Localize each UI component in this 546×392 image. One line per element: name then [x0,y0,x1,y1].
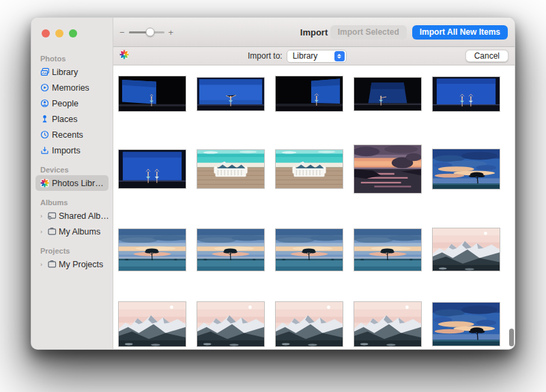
recents-icon [40,130,52,139]
sidebar-section-albums: Albums› Shared Alb…› My Albums [31,198,113,239]
sidebar-nav: Photos Library Memories People Places Re… [31,55,113,272]
sidebar-item-library[interactable]: Library [35,64,109,80]
disclosure-chevron-icon[interactable]: › [40,228,47,235]
sidebar-item-shared-alb[interactable]: › Shared Alb… [35,208,109,224]
people-icon [40,99,52,108]
sidebar-section-projects: Projects› My Projects [31,247,113,272]
disclosure-chevron-icon[interactable]: › [40,213,47,220]
photo-thumbnail-tree-savanna[interactable] [275,228,343,271]
sidebar-section-devices: Devices Photos Libr… [31,166,113,191]
photo-thumbnail-ballet-blue[interactable] [197,77,265,111]
content-pane: − + Import Import Selected Import All Ne… [113,18,515,349]
photo-thumbnail-ballet-dark-right[interactable] [275,76,343,112]
import-all-new-items-button[interactable]: Import All New Items [412,25,508,40]
photo-thumbnail-tree-savanna[interactable] [118,228,186,271]
photo-thumbnail-tree-dramatic[interactable] [432,149,500,190]
toolbar: − + Import Import Selected Import All Ne… [113,18,515,47]
photo-grid-row [118,301,515,347]
zoom-slider-knob[interactable] [145,28,154,37]
destination-value: Library [293,51,318,61]
photo-grid-row [118,145,515,194]
minimize-button[interactable] [55,29,63,37]
sidebar-item-my-albums[interactable]: › My Albums [35,224,109,239]
photo-thumbnail-mountain-moon[interactable] [354,301,422,347]
album-icon [47,260,59,269]
photos-library-icon [40,67,52,76]
photo-thumbnail-tree-dramatic[interactable] [432,302,500,346]
sidebar-item-people[interactable]: People [35,95,109,111]
photos-import-window: Photos Library Memories People Places Re… [31,17,515,350]
album-icon [47,227,59,236]
photos-app-icon [119,50,129,62]
sidebar-item-imports[interactable]: Imports [35,142,109,158]
photo-grid-row [118,76,515,112]
photo-thumbnail-tree-savanna[interactable] [354,228,422,271]
sidebar-item-label: Memories [52,83,89,93]
photo-thumbnail-mountain-moon[interactable] [197,301,265,347]
sidebar: Photos Library Memories People Places Re… [31,18,113,349]
photo-thumbnail-ballet-dark-left[interactable] [118,76,186,112]
photo-grid-row [118,228,515,271]
sidebar-item-label: People [52,99,78,108]
zoom-in-icon[interactable]: + [169,27,174,37]
destination-select[interactable]: Library [287,50,347,63]
close-button[interactable] [42,29,50,37]
sidebar-item-places[interactable]: Places [35,111,109,127]
photos-app-icon [40,179,52,187]
photo-thumbnail-mountain-moon[interactable] [432,228,500,271]
sidebar-item-label: Imports [52,146,81,155]
photo-thumbnail-mountain-moon[interactable] [118,301,186,347]
sidebar-item-photos-libr[interactable]: Photos Libr… [35,175,109,191]
sidebar-item-recents[interactable]: Recents [35,127,109,142]
sidebar-item-memories[interactable]: Memories [35,80,109,95]
photo-thumbnail-ballet-duo[interactable] [118,149,186,189]
zoom-button[interactable] [69,29,77,37]
shared-album-icon [47,211,59,220]
toolbar-buttons: Import Selected Import All New Items [330,25,515,40]
desktop-background: Photos Library Memories People Places Re… [0,0,546,392]
window-controls [31,18,113,47]
select-stepper-icon [334,51,345,61]
vertical-scrollbar-thumb[interactable] [509,329,514,346]
disclosure-chevron-icon[interactable]: › [40,261,47,268]
sidebar-section-header: Albums [31,198,113,208]
photo-thumbnail-ballet-dark-center[interactable] [354,77,422,111]
import-to-group: Import to: Library [248,50,347,63]
thumbnail-zoom-slider[interactable]: − + [119,27,173,37]
window-title: Import [300,27,328,37]
sidebar-item-label: Recents [52,130,83,140]
zoom-slider-track[interactable] [129,31,164,33]
sidebar-section-header: Photos [31,55,113,64]
photo-thumbnail-beach-bench[interactable] [197,149,265,189]
photo-thumbnail-mountain-moon[interactable] [275,301,343,347]
sidebar-section-header: Devices [31,166,113,175]
sidebar-item-label: My Projects [59,260,103,269]
import-destination-bar: Import to: Library Cancel [113,47,515,65]
sidebar-section-header: Projects [31,247,113,256]
sidebar-item-my-projects[interactable]: › My Projects [35,256,109,272]
sidebar-item-label: Places [52,115,78,124]
import-selected-button[interactable]: Import Selected [330,25,407,40]
sidebar-item-label: My Albums [59,227,100,237]
import-to-label: Import to: [248,51,283,61]
zoom-out-icon[interactable]: − [119,27,125,37]
photo-thumbnail-beach-bench[interactable] [275,149,343,189]
photo-thumbnail-tree-savanna[interactable] [197,228,265,271]
photo-thumbnail-sunset-water[interactable] [354,145,422,194]
sidebar-item-label: Library [52,67,78,77]
photo-grid [113,65,515,349]
cancel-button[interactable]: Cancel [465,50,508,62]
sidebar-section-photos: Photos Library Memories People Places Re… [31,55,113,158]
places-icon [40,115,52,123]
memories-icon [40,83,52,92]
sidebar-item-label: Photos Libr… [52,179,104,188]
imports-icon [40,146,52,155]
photo-thumbnail-ballet-duo[interactable] [432,76,500,112]
sidebar-item-label: Shared Alb… [59,211,109,221]
